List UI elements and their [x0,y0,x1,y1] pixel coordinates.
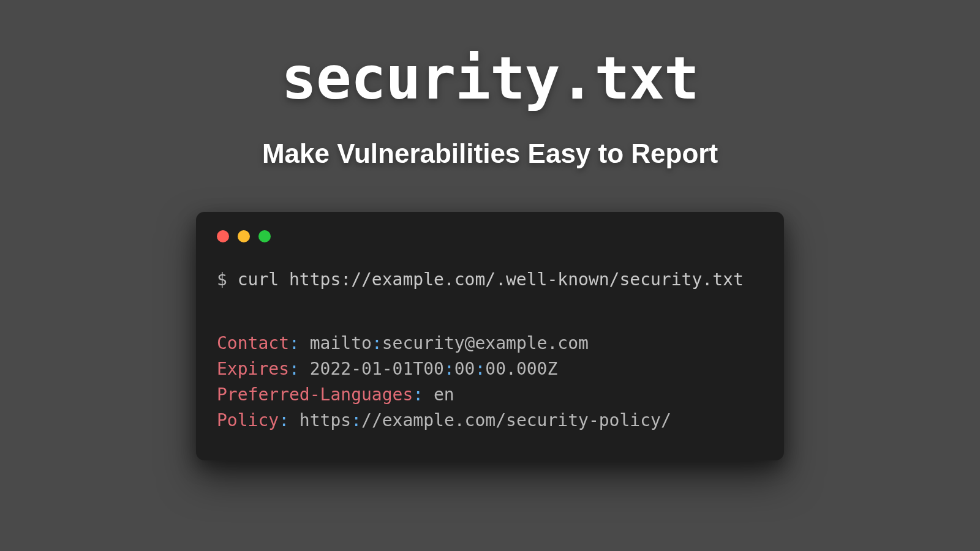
field-key: Expires [217,359,289,379]
colon-icon: : [413,384,423,405]
field-key: Contact [217,333,289,353]
output-line: Policy: https://example.com/security-pol… [217,410,671,430]
output-line: Preferred-Languages: en [217,384,454,405]
minimize-icon[interactable] [238,230,250,242]
field-value: mailto:security@example.com [300,333,589,353]
terminal-window: $ curl https://example.com/.well-known/s… [196,212,784,460]
page-title: security.txt [281,44,699,113]
shell-prompt: $ [217,269,238,290]
field-key: Preferred-Languages [217,384,413,405]
field-key: Policy [217,410,279,430]
colon-icon: : [279,410,289,430]
output-line: Contact: mailto:security@example.com [217,333,589,353]
field-value: en [423,384,454,405]
field-value: 2022-01-01T00:00:00.000Z [300,359,557,379]
field-value: https://example.com/security-policy/ [289,410,671,430]
colon-icon: : [289,333,300,353]
terminal-body: $ curl https://example.com/.well-known/s… [217,267,763,433]
window-controls [217,230,763,242]
colon-icon: : [289,359,300,379]
page-subtitle: Make Vulnerabilities Easy to Report [262,138,718,169]
zoom-icon[interactable] [258,230,271,242]
close-icon[interactable] [217,230,229,242]
output-line: Expires: 2022-01-01T00:00:00.000Z [217,359,557,379]
shell-command: curl https://example.com/.well-known/sec… [238,269,744,290]
